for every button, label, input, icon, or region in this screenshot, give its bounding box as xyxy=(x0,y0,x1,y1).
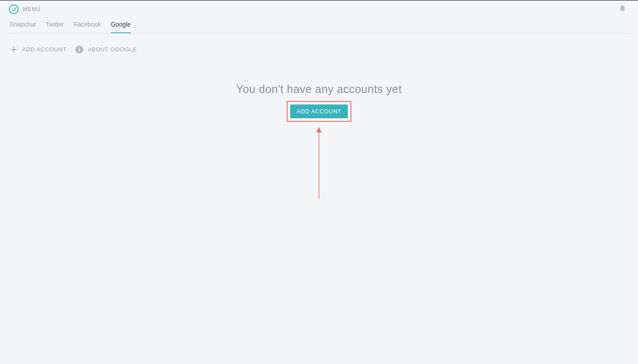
empty-state: You don't have any accounts yet ADD ACCO… xyxy=(0,83,638,199)
menu-button[interactable]: MENU xyxy=(23,6,40,12)
add-account-button[interactable]: ADD ACCOUNT xyxy=(290,105,347,118)
header-bar: MENU xyxy=(0,0,638,18)
plus-icon xyxy=(10,46,18,54)
empty-state-heading: You don't have any accounts yet xyxy=(236,83,402,96)
about-google-button[interactable]: i ABOUT GOOGLE xyxy=(75,46,137,54)
tab-snapchat[interactable]: Snapchat xyxy=(10,20,36,33)
notifications-bell-icon[interactable] xyxy=(619,4,626,14)
header-left: MENU xyxy=(9,4,40,14)
app-logo-icon[interactable] xyxy=(9,4,19,14)
annotation-highlight-box: ADD ACCOUNT xyxy=(287,101,351,122)
annotation-arrow-icon xyxy=(316,127,322,199)
tab-twitter[interactable]: Twitter xyxy=(46,20,64,33)
tab-facebook[interactable]: Facebook xyxy=(74,20,101,33)
add-account-toolbar-label: ADD ACCOUNT xyxy=(22,46,66,53)
toolbar: ADD ACCOUNT i ABOUT GOOGLE xyxy=(0,34,638,58)
info-icon: i xyxy=(75,46,83,54)
about-google-label: ABOUT GOOGLE xyxy=(88,46,137,53)
add-account-toolbar-button[interactable]: ADD ACCOUNT xyxy=(10,46,66,54)
platform-tabs: Snapchat Twitter Facebook Google xyxy=(0,18,638,33)
svg-marker-3 xyxy=(316,127,322,132)
tab-google[interactable]: Google xyxy=(111,20,131,33)
